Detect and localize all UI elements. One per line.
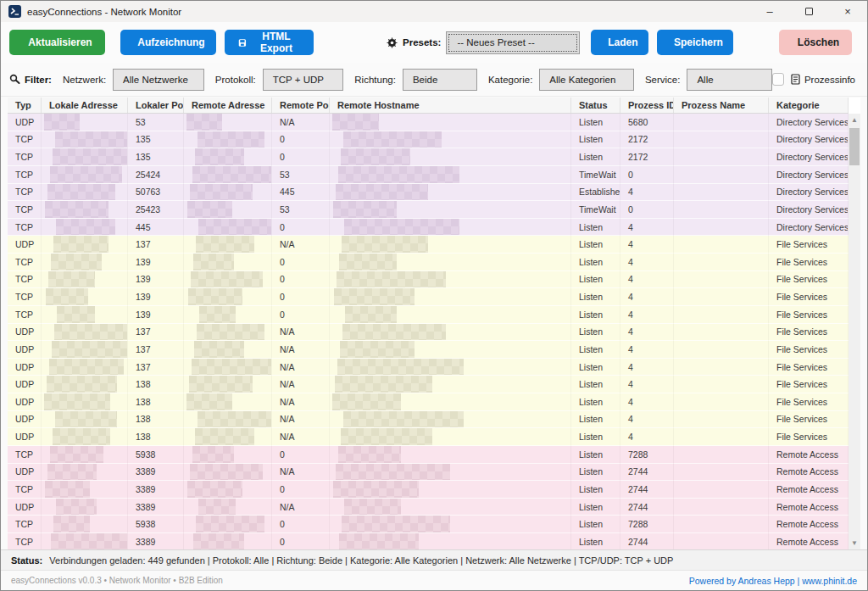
table-row[interactable]: UDP53N/AListen5680Directory Services — [8, 114, 849, 131]
vertical-scrollbar[interactable]: ▲ ▼ — [849, 114, 860, 549]
table-row[interactable]: UDP138N/AListen4File Services — [8, 393, 849, 411]
table-row[interactable]: TCP50763445Established4Directory Service… — [8, 184, 849, 202]
column-header[interactable]: Status — [571, 98, 620, 113]
category-select[interactable]: Alle Kategorien — [539, 69, 634, 91]
cell-status: Listen — [571, 131, 620, 149]
redacted-blob — [344, 219, 459, 236]
table-row[interactable]: TCP4450Listen4Directory Services — [8, 219, 849, 237]
table-row[interactable]: TCP33890Listen2744Remote Access — [8, 481, 849, 499]
cell-typ: TCP — [8, 446, 42, 464]
column-header[interactable]: Kategorie — [769, 98, 849, 113]
redacted-blob — [53, 148, 127, 165]
redacted-blob — [56, 499, 97, 516]
service-select[interactable]: Alle — [687, 69, 771, 91]
column-header[interactable]: Prozess Name — [674, 98, 769, 113]
close-button[interactable]: × — [828, 1, 867, 22]
table-row[interactable]: TCP33890Listen2744Remote Access — [8, 533, 849, 549]
redacted-cell — [330, 184, 571, 202]
redacted-cell — [42, 236, 128, 254]
load-button[interactable]: Laden — [591, 30, 648, 55]
table-row[interactable]: UDP138N/AListen4File Services — [8, 376, 849, 393]
cell-lokaler_port: 445 — [128, 219, 184, 237]
table-row[interactable]: UDP138N/AListen4File Services — [8, 411, 849, 429]
save-button[interactable]: Speichern — [657, 30, 733, 55]
processinfo-checkbox[interactable] — [772, 73, 784, 86]
cell-status: Listen — [571, 376, 620, 393]
network-select[interactable]: Alle Netzwerke — [113, 69, 204, 91]
table-row[interactable]: UDP138N/AListen4File Services — [8, 428, 849, 446]
table-row[interactable]: TCP59380Listen7288Remote Access — [8, 516, 849, 533]
table-row[interactable]: UDP137N/AListen4File Services — [8, 236, 849, 254]
table-row[interactable]: TCP1390Listen4File Services — [8, 306, 849, 324]
redacted-blob — [186, 114, 222, 131]
column-header[interactable]: Remote Hostname — [330, 98, 571, 113]
window-controls: – × — [750, 1, 867, 22]
table-row[interactable]: UDP137N/AListen4File Services — [8, 324, 849, 342]
filter-label: Filter: — [25, 75, 52, 85]
redacted-cell — [330, 446, 571, 464]
cell-prozess_name — [674, 288, 769, 306]
column-header[interactable]: Remote Port — [272, 98, 330, 113]
table-row[interactable]: TCP2542353TimeWait0Directory Services — [8, 201, 849, 219]
redacted-cell — [184, 428, 272, 446]
redacted-cell — [330, 499, 571, 516]
redacted-cell — [184, 236, 272, 254]
cell-status: Listen — [571, 464, 620, 482]
cell-prozess_name — [674, 481, 769, 499]
scroll-down-arrow[interactable]: ▼ — [849, 537, 860, 549]
redacted-cell — [330, 341, 571, 359]
redacted-cell — [42, 306, 128, 324]
export-label: HTML Export — [253, 31, 300, 54]
delete-button[interactable]: Löschen — [779, 30, 852, 55]
footer-credit-link[interactable]: Powered by Andreas Hepp | www.phinit.de — [689, 576, 857, 586]
minimize-button[interactable]: – — [750, 1, 789, 22]
table-row[interactable]: UDP137N/AListen4File Services — [8, 359, 849, 376]
table-header-row: TypLokale AdresseLokaler PortRemote Adre… — [8, 98, 849, 114]
redacted-blob — [333, 201, 397, 218]
html-export-button[interactable]: HTML Export — [225, 30, 314, 55]
table-row[interactable]: TCP1390Listen4File Services — [8, 254, 849, 271]
presets-group: Presets: — [387, 37, 441, 48]
cell-typ: TCP — [8, 219, 42, 237]
column-header[interactable]: Prozess ID — [620, 98, 674, 113]
redacted-blob — [47, 184, 115, 201]
scroll-up-arrow[interactable]: ▲ — [849, 114, 860, 126]
cell-prozess_id: 2172 — [620, 131, 674, 149]
scroll-thumb[interactable] — [849, 128, 860, 165]
cell-status: Listen — [571, 446, 620, 464]
redacted-blob — [45, 481, 90, 498]
redacted-cell — [184, 533, 272, 549]
table-row[interactable]: UDP3389N/AListen2744Remote Access — [8, 464, 849, 482]
processinfo-icon — [791, 74, 800, 85]
table-row[interactable]: TCP1350Listen2172Directory Services — [8, 131, 849, 149]
filter-bar: Filter: Netzwerk: Alle Netzwerke Protoko… — [1, 63, 867, 97]
cell-prozess_id: 4 — [620, 393, 674, 411]
table-row[interactable]: UDP3389N/AListen2744Remote Access — [8, 499, 849, 516]
table-row[interactable]: TCP2542453TimeWait0Directory Services — [8, 166, 849, 184]
column-header[interactable]: Lokaler Port — [128, 98, 184, 113]
table-row[interactable]: TCP59380Listen7288Remote Access — [8, 446, 849, 464]
cell-remote_port: N/A — [272, 341, 330, 359]
table-row[interactable]: UDP137N/AListen4File Services — [8, 341, 849, 359]
table-row[interactable]: TCP1350Listen2172Directory Services — [8, 148, 849, 166]
record-button[interactable]: Aufzeichnung — [120, 30, 216, 55]
table-row[interactable]: TCP1390Listen4File Services — [8, 288, 849, 306]
column-header[interactable]: Typ — [8, 98, 42, 113]
table-row[interactable]: TCP1390Listen4File Services — [8, 271, 849, 289]
cell-prozess_name — [674, 271, 769, 289]
export-icon — [238, 37, 247, 48]
maximize-button[interactable] — [789, 1, 828, 22]
status-bar: Status: Verbindungen geladen: 449 gefund… — [1, 549, 867, 570]
direction-select[interactable]: Beide — [403, 69, 477, 91]
cell-typ: TCP — [8, 148, 42, 166]
refresh-button[interactable]: Aktualisieren — [9, 30, 105, 55]
redacted-cell — [330, 114, 571, 131]
column-header[interactable]: Lokale Adresse — [42, 98, 128, 113]
redacted-blob — [198, 411, 271, 428]
cell-typ: UDP — [8, 324, 42, 342]
preset-select[interactable]: -- Neues Preset -- — [446, 31, 580, 54]
column-header[interactable]: Remote Adresse — [184, 98, 272, 113]
titlebar: easyConnections - Network Monitor – × — [1, 1, 867, 22]
redacted-cell — [42, 131, 128, 149]
protocol-select[interactable]: TCP + UDP — [263, 69, 344, 91]
